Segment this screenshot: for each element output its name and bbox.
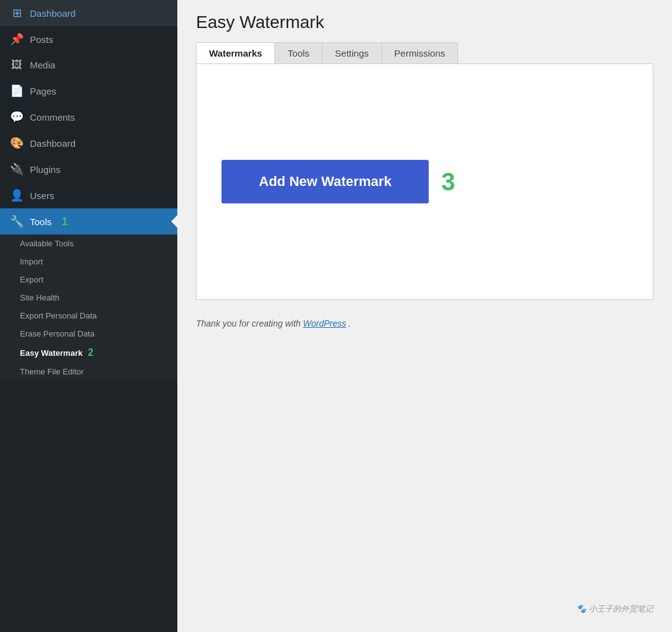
plugins-icon: 🔌 [10, 162, 24, 176]
tabs-bar: Watermarks Tools Settings Permissions [196, 42, 653, 63]
footer-text: Thank you for creating with WordPress . [196, 318, 653, 328]
tab-watermarks[interactable]: Watermarks [196, 42, 275, 63]
sidebar-item-label: Comments [30, 112, 75, 123]
sidebar-sub-item-easy-watermark[interactable]: Easy Watermark 2 [0, 343, 177, 363]
sidebar-item-posts[interactable]: 📌 Posts [0, 26, 177, 52]
tools-badge: 1 [62, 215, 68, 228]
sidebar-item-label: Users [30, 190, 54, 201]
sidebar-item-label: Dashboard [30, 8, 75, 19]
media-icon: 🖼 [10, 58, 24, 72]
active-arrow [171, 215, 177, 228]
page-title: Easy Watermark [196, 12, 653, 32]
tools-icon: 🔧 [10, 215, 24, 228]
sidebar-item-appearance[interactable]: 🎨 Dashboard [0, 130, 177, 156]
sidebar-item-dashboard[interactable]: ⊞ Dashboard [0, 0, 177, 26]
users-icon: 👤 [10, 188, 24, 202]
sidebar-sub-item-site-health[interactable]: Site Health [0, 289, 177, 307]
tab-tools[interactable]: Tools [275, 42, 322, 63]
sidebar-item-users[interactable]: 👤 Users [0, 182, 177, 208]
sidebar-item-comments[interactable]: 💬 Comments [0, 104, 177, 130]
posts-icon: 📌 [10, 32, 24, 46]
sidebar-item-media[interactable]: 🖼 Media [0, 52, 177, 78]
main-content: Easy Watermark Watermarks Tools Settings… [177, 0, 672, 632]
add-new-watermark-button[interactable]: Add New Watermark [222, 160, 429, 203]
sidebar-sub-item-theme-file-editor[interactable]: Theme File Editor [0, 363, 177, 381]
sidebar-item-plugins[interactable]: 🔌 Plugins [0, 156, 177, 182]
appearance-icon: 🎨 [10, 136, 24, 150]
dashboard-icon: ⊞ [10, 6, 24, 20]
footer-text-before: Thank you for creating with [196, 318, 303, 328]
tab-permissions[interactable]: Permissions [382, 42, 459, 63]
sidebar: ⊞ Dashboard 📌 Posts 🖼 Media 📄 Pages 💬 Co… [0, 0, 177, 632]
site-watermark: 🐾 小王子的外贸笔记 [576, 603, 653, 615]
sidebar-item-label: Plugins [30, 164, 60, 175]
sidebar-item-tools[interactable]: 🔧 Tools 1 [0, 208, 177, 235]
sidebar-sub-item-export-personal-data[interactable]: Export Personal Data [0, 307, 177, 325]
easy-watermark-badge: 2 [88, 347, 93, 358]
sidebar-item-label: Tools [30, 216, 52, 227]
wordpress-link[interactable]: WordPress [303, 318, 346, 328]
content-box: Add New Watermark 3 [196, 63, 653, 300]
sidebar-sub-item-export[interactable]: Export [0, 271, 177, 289]
sidebar-item-label: Posts [30, 34, 54, 45]
sidebar-item-label: Dashboard [30, 138, 75, 149]
sidebar-item-pages[interactable]: 📄 Pages [0, 78, 177, 104]
sidebar-sub-item-erase-personal-data[interactable]: Erase Personal Data [0, 325, 177, 343]
sidebar-sub-menu-tools: Available Tools Import Export Site Healt… [0, 235, 177, 381]
sidebar-sub-item-import[interactable]: Import [0, 253, 177, 271]
sidebar-item-label: Pages [30, 86, 57, 96]
footer-text-after: . [348, 318, 351, 328]
comments-icon: 💬 [10, 110, 24, 124]
tab-settings[interactable]: Settings [322, 42, 381, 63]
sidebar-sub-item-available-tools[interactable]: Available Tools [0, 235, 177, 253]
sidebar-item-label: Media [30, 60, 55, 70]
pages-icon: 📄 [10, 84, 24, 98]
watermark-count-badge: 3 [441, 168, 455, 196]
